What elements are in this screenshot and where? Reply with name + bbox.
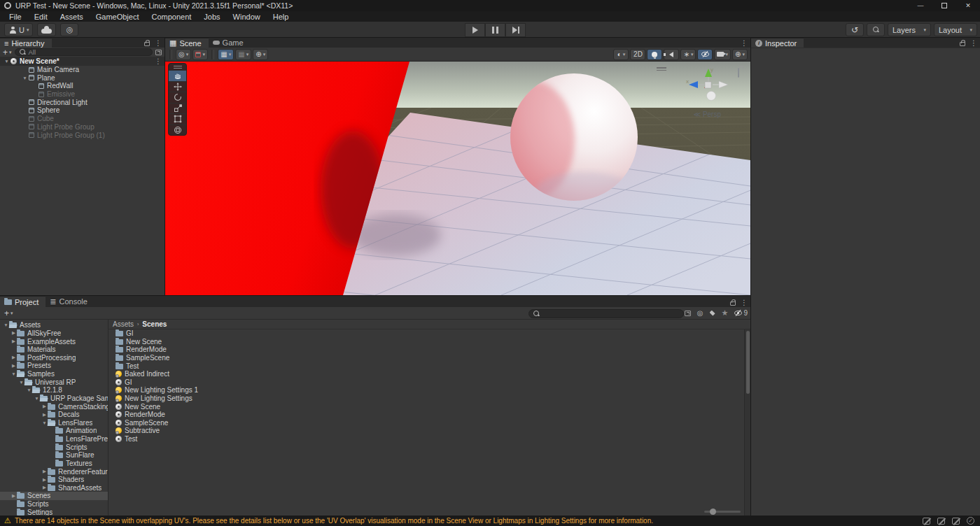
expand-arrow-icon[interactable]: ▶ xyxy=(41,469,48,474)
menu-file[interactable]: File xyxy=(3,11,28,22)
create-asset-button[interactable]: +▾ xyxy=(4,308,13,318)
project-search-input[interactable] xyxy=(528,309,684,318)
hierarchy-row[interactable]: Cube ⋮ xyxy=(0,115,164,123)
folder-tree-row[interactable]: LensFlarePre xyxy=(0,435,108,443)
transform-tool[interactable] xyxy=(169,125,186,136)
tab-console[interactable]: ≣ Console xyxy=(46,296,94,307)
folder-tree-row[interactable]: ▶ Decals xyxy=(0,411,108,419)
folder-tree-row[interactable]: Animation xyxy=(0,427,108,435)
folder-tree-row[interactable]: ▶ ExampleAssets xyxy=(0,337,108,346)
folder-tree-row[interactable]: ▶ Shaders xyxy=(0,476,108,484)
cache-disabled-icon[interactable] xyxy=(937,518,945,525)
thumbnail-size-slider[interactable] xyxy=(704,511,741,513)
cloud-disabled-icon[interactable] xyxy=(952,518,960,525)
asset-row[interactable]: New Lighting Settings 1 xyxy=(108,386,743,395)
gizmo-drag-handle[interactable] xyxy=(657,67,666,71)
menu-jobs[interactable]: Jobs xyxy=(197,11,226,22)
scale-tool[interactable] xyxy=(169,103,186,114)
move-tool[interactable] xyxy=(169,81,186,92)
asset-row[interactable]: SampleScene xyxy=(108,419,743,427)
menu-component[interactable]: Component xyxy=(145,11,197,22)
expand-arrow-icon[interactable]: ▼ xyxy=(21,76,29,80)
projection-label[interactable]: ≪ Persp xyxy=(694,111,721,118)
expand-arrow-icon[interactable]: ▶ xyxy=(10,355,17,360)
hierarchy-row[interactable]: Light Probe Group (1) ⋮ xyxy=(0,131,164,139)
rotate-tool[interactable] xyxy=(169,92,186,103)
kebab-menu-icon[interactable]: ⋮ xyxy=(741,299,748,306)
expand-arrow-icon[interactable]: ▼ xyxy=(41,420,48,425)
kebab-menu-icon[interactable]: ⋮ xyxy=(970,39,977,47)
scene-viewport[interactable]: y x ≪ Persp xyxy=(165,62,750,295)
open-search-window-icon[interactable] xyxy=(685,311,691,316)
expand-arrow-icon[interactable]: ▶ xyxy=(10,330,17,336)
hierarchy-row[interactable]: Light Probe Group ⋮ xyxy=(0,123,164,132)
activity-ok-icon[interactable]: ✓ xyxy=(967,517,974,525)
folder-tree-row[interactable]: ▶ Presets xyxy=(0,362,108,370)
layout-dropdown[interactable]: Layout ▾ xyxy=(934,23,977,36)
folder-tree-row[interactable]: ▶ SharedAssets xyxy=(0,484,108,492)
create-button[interactable]: +▾ xyxy=(3,48,12,57)
folder-tree-row[interactable]: ▶ Scenes xyxy=(0,492,108,500)
tab-hierarchy[interactable]: ≡ Hierarchy xyxy=(0,38,52,48)
asset-row[interactable]: Test xyxy=(108,435,743,443)
folder-tree-row[interactable]: ▼ 12.1.8 xyxy=(0,386,108,395)
expand-arrow-icon[interactable]: ▼ xyxy=(10,371,17,376)
asset-row[interactable]: SampleScene xyxy=(108,354,743,362)
folder-tree-row[interactable]: Materials xyxy=(0,346,108,354)
asset-row[interactable]: Subtractive xyxy=(108,427,743,435)
asset-row[interactable]: RenderMode xyxy=(108,346,743,354)
audio-toggle[interactable] xyxy=(664,49,679,60)
tool-settings-dropdown[interactable]: ◎▾ xyxy=(176,49,191,60)
favorites-icon[interactable]: ★ xyxy=(722,308,729,318)
minimize-button[interactable]: — xyxy=(909,0,932,11)
pivot-rotation-dropdown[interactable]: ▾ xyxy=(192,49,208,60)
layers-dropdown[interactable]: Layers ▾ xyxy=(888,23,931,36)
account-button[interactable]: U ▾ xyxy=(4,23,33,36)
scrollbar-thumb[interactable] xyxy=(746,331,750,394)
2d-toggle[interactable]: 2D xyxy=(630,49,645,60)
kebab-menu-icon[interactable]: ⋮ xyxy=(741,39,748,47)
hierarchy-row[interactable]: Main Camera ⋮ xyxy=(0,66,164,74)
search-button[interactable] xyxy=(867,23,885,36)
hierarchy-search-input[interactable]: All xyxy=(15,48,153,56)
folder-tree-row[interactable]: ▶ CameraStacking xyxy=(0,402,108,411)
close-button[interactable]: ✕ xyxy=(956,0,980,11)
lock-icon[interactable] xyxy=(144,42,150,46)
play-button[interactable] xyxy=(465,23,485,37)
asset-row[interactable]: GI xyxy=(108,378,743,387)
tab-scene[interactable]: ▦ Scene xyxy=(165,38,209,48)
snap-increment-dropdown[interactable]: ⊕▾ xyxy=(253,49,268,60)
menu-gameobject[interactable]: GameObject xyxy=(90,11,146,22)
asset-row[interactable]: New Scene xyxy=(108,402,743,411)
effects-dropdown[interactable]: ∗▾ xyxy=(680,49,696,60)
folder-tree-row[interactable]: ▶ AllSkyFree xyxy=(0,329,108,338)
content-scrollbar[interactable] xyxy=(744,329,750,516)
lock-icon[interactable] xyxy=(960,42,965,46)
gizmo-lock-icon[interactable] xyxy=(738,68,739,78)
asset-row[interactable]: New Lighting Settings xyxy=(108,395,743,403)
hierarchy-row[interactable]: ▼ New Scene* ⋮ xyxy=(0,57,164,66)
orientation-gizmo[interactable]: y x ≪ Persp xyxy=(676,64,741,120)
gizmos-dropdown[interactable]: ⊕▾ xyxy=(732,49,748,60)
collab-disabled-icon[interactable] xyxy=(923,518,930,525)
expand-arrow-icon[interactable]: ▼ xyxy=(34,396,40,401)
lock-icon[interactable] xyxy=(730,301,736,306)
asset-row[interactable]: GI xyxy=(108,329,743,338)
expand-arrow-icon[interactable]: ▶ xyxy=(41,404,48,409)
menu-help[interactable]: Help xyxy=(267,11,295,22)
folder-tree-row[interactable]: ▶ RendererFeatur xyxy=(0,467,108,476)
grid-snapping-toggle[interactable]: ▦▾ xyxy=(218,49,234,60)
view-hand-tool[interactable] xyxy=(169,70,186,81)
asset-row[interactable]: Test xyxy=(108,362,743,370)
cloud-button[interactable] xyxy=(37,23,56,36)
step-button[interactable] xyxy=(505,23,526,37)
folder-tree-row[interactable]: ▼ Assets xyxy=(0,321,108,329)
breadcrumb-root[interactable]: Assets xyxy=(113,320,134,328)
asset-row[interactable]: Baked Indirect xyxy=(108,370,743,378)
hierarchy-row[interactable]: ▼ Plane ⋮ xyxy=(0,73,164,82)
expand-arrow-icon[interactable]: ▶ xyxy=(41,477,48,483)
folder-tree-row[interactable]: ▼ LensFlares xyxy=(0,419,108,427)
asset-row[interactable]: New Scene xyxy=(108,338,743,346)
expand-arrow-icon[interactable]: ▶ xyxy=(10,363,17,369)
folder-tree-row[interactable]: Textures xyxy=(0,460,108,468)
